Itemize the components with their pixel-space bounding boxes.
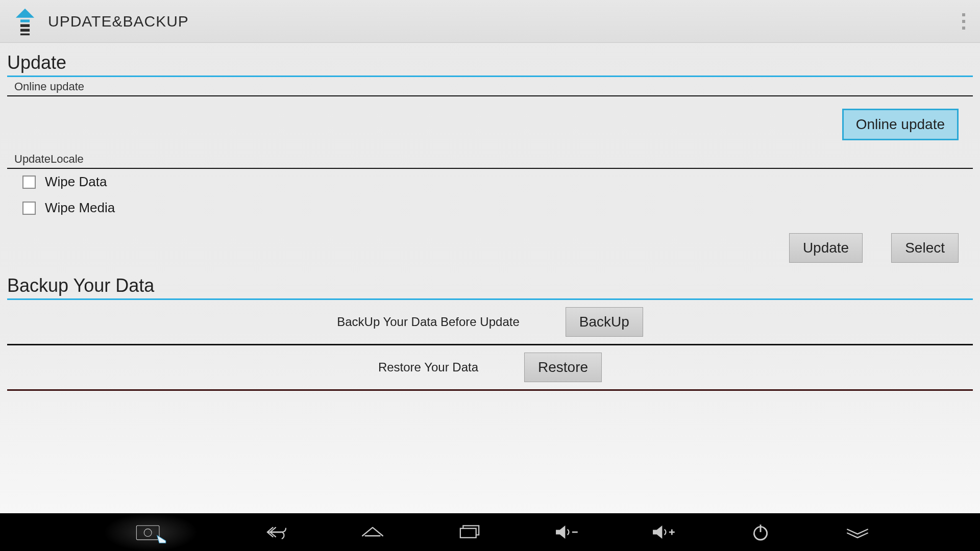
power-nav-button[interactable] <box>743 519 778 545</box>
svg-marker-0 <box>16 8 34 17</box>
svg-point-6 <box>144 529 152 537</box>
wipe-data-row[interactable]: Wipe Data <box>7 169 973 195</box>
update-button[interactable]: Update <box>789 233 863 263</box>
online-update-button[interactable]: Online update <box>842 109 959 140</box>
select-button[interactable]: Select <box>891 233 959 263</box>
update-heading: Update <box>7 49 973 77</box>
wipe-media-label: Wipe Media <box>45 200 115 216</box>
volume-up-nav-button[interactable] <box>646 519 681 545</box>
wipe-media-checkbox[interactable] <box>22 202 36 215</box>
app-title: UPDATE&BACKUP <box>48 13 189 30</box>
content-area: Update Online update Online update Updat… <box>0 43 980 391</box>
restore-row: Restore Your Data Restore <box>7 345 973 391</box>
backup-button[interactable]: BackUp <box>566 307 643 337</box>
update-locale-subheader: UpdateLocale <box>7 149 973 169</box>
expand-nav-button[interactable] <box>840 519 875 545</box>
screenshot-nav-button[interactable] <box>105 513 197 551</box>
volume-down-nav-button[interactable] <box>549 519 584 545</box>
wipe-media-row[interactable]: Wipe Media <box>7 195 973 221</box>
wipe-data-checkbox[interactable] <box>22 176 36 189</box>
overflow-menu-icon[interactable] <box>959 13 969 30</box>
svg-rect-1 <box>20 19 30 22</box>
app-upload-icon <box>10 7 40 36</box>
online-update-row: Online update <box>7 96 973 149</box>
update-locale-button-row: Update Select <box>7 221 973 272</box>
back-nav-button[interactable] <box>258 519 293 545</box>
recent-apps-nav-button[interactable] <box>452 519 487 545</box>
svg-rect-5 <box>136 525 159 540</box>
wipe-data-label: Wipe Data <box>45 174 107 190</box>
svg-marker-7 <box>157 535 166 543</box>
restore-label: Restore Your Data <box>378 360 478 374</box>
svg-rect-3 <box>20 29 30 31</box>
backup-label: BackUp Your Data Before Update <box>337 315 520 329</box>
appbar: UPDATE&BACKUP <box>0 0 980 43</box>
svg-rect-2 <box>20 24 30 27</box>
restore-button[interactable]: Restore <box>524 353 602 382</box>
home-nav-button[interactable] <box>355 519 390 545</box>
online-update-subheader: Online update <box>7 77 973 96</box>
svg-rect-4 <box>20 33 30 35</box>
backup-heading: Backup Your Data <box>7 272 973 300</box>
backup-row: BackUp Your Data Before Update BackUp <box>7 300 973 345</box>
svg-rect-8 <box>460 529 476 538</box>
system-navbar <box>0 513 980 551</box>
